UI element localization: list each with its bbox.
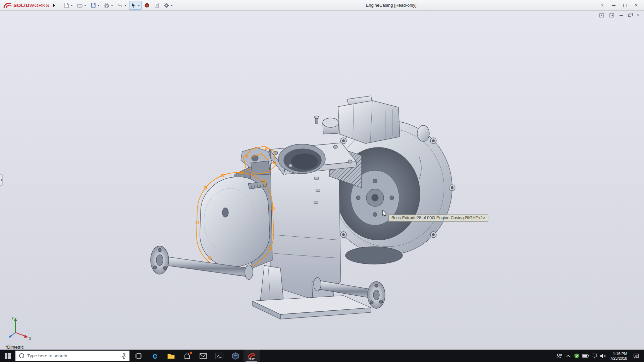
mail-envelope-icon [199, 353, 207, 359]
brand-text: SOLIDWORKS [13, 2, 49, 8]
new-document-button[interactable] [62, 1, 74, 10]
edge-button[interactable]: e [147, 350, 163, 362]
clock-date: 7/23/2018 [610, 356, 627, 361]
doc-restore-button[interactable] [628, 14, 631, 17]
reference-triad: Y X [7, 315, 34, 342]
save-button[interactable] [89, 1, 101, 10]
titlebar: SOLIDWORKS [0, 0, 644, 11]
action-center-button[interactable] [631, 350, 642, 362]
chevron-down-icon [170, 5, 173, 6]
minimize-icon [620, 15, 623, 16]
maximize-button[interactable] [619, 0, 631, 11]
minimize-icon [612, 5, 615, 6]
solidworks-version-badge: 2017 [244, 358, 260, 361]
taskbar-search[interactable] [15, 351, 129, 361]
window-title: EngineCasing [Read-only] [366, 3, 416, 8]
file-properties-icon [154, 2, 160, 8]
microphone-icon[interactable] [121, 353, 126, 359]
console-icon: >_ [215, 353, 223, 359]
people-icon [556, 353, 563, 359]
model-left-cover[interactable] [200, 147, 272, 268]
options-button[interactable] [162, 1, 174, 10]
feature-manager-collapsed-tab[interactable] [0, 174, 3, 186]
model-crankcase-housing[interactable] [325, 118, 455, 264]
system-tray: 1:16 PM 7/23/2018 [555, 350, 644, 362]
console-button[interactable]: >_ [211, 350, 227, 362]
select-arrow-icon [130, 2, 137, 8]
graphics-viewport[interactable]: × Boss-Extrude28 of 00G-Engine Casing-RI… [0, 11, 644, 350]
show-desktop-button[interactable] [642, 350, 644, 362]
mail-button[interactable] [195, 350, 211, 362]
open-button[interactable] [75, 1, 88, 10]
model-head-assembly[interactable] [314, 96, 400, 143]
file-properties-button[interactable] [152, 1, 161, 10]
close-button[interactable]: × [631, 0, 642, 11]
doc-minimize-button[interactable] [620, 15, 623, 16]
people-button[interactable] [555, 350, 564, 362]
volume-button[interactable] [599, 350, 607, 362]
solidworks-taskbar-button[interactable]: 2017 [244, 350, 260, 362]
split-pane-left-icon [599, 13, 604, 17]
action-center-icon [633, 353, 639, 359]
search-input[interactable] [27, 353, 118, 358]
document-window-controls: × [599, 13, 639, 18]
new-window-button[interactable] [599, 13, 604, 17]
rebuild-icon [144, 2, 150, 8]
solidworks-logo: SOLIDWORKS [3, 2, 49, 9]
solidworks-window: SOLIDWORKS [0, 0, 644, 362]
edge-icon: e [153, 352, 157, 360]
view-orientation-label: *Dimetric [5, 345, 24, 350]
windows-taskbar: e >_ [0, 350, 644, 362]
split-pane-right-icon [609, 13, 614, 17]
mouse-cursor [382, 210, 388, 217]
triad-y-label: Y [11, 316, 14, 320]
shield-icon [574, 353, 579, 359]
volume-muted-icon [600, 354, 606, 358]
window-controls: ? × [596, 0, 642, 11]
rebuild-button[interactable] [143, 1, 151, 10]
feature-tooltip: Boss-Extrude28 of 00G-Engine Casing-RIGH… [388, 215, 488, 222]
windows-logo-icon [5, 353, 11, 359]
quick-access-toolbar [62, 1, 174, 10]
gear-icon [163, 2, 169, 8]
taskbar-clock[interactable]: 1:16 PM 7/23/2018 [607, 350, 631, 362]
tile-window-button[interactable] [609, 13, 614, 17]
flyout-triangle-icon [53, 4, 55, 7]
task-view-button[interactable] [131, 350, 147, 362]
maximize-icon [623, 4, 627, 7]
minimize-button[interactable] [608, 0, 619, 11]
undo-icon [117, 2, 123, 8]
new-document-icon [63, 2, 69, 8]
triad-x-label: X [29, 337, 32, 341]
doc-close-button[interactable]: × [637, 13, 639, 18]
cad-tool-button[interactable] [227, 350, 244, 362]
battery-button[interactable] [581, 350, 590, 362]
save-icon [90, 2, 96, 8]
file-explorer-button[interactable] [163, 350, 179, 362]
chevron-down-icon [97, 5, 100, 6]
store-button[interactable] [179, 350, 195, 362]
ds-swirl-icon [3, 2, 12, 9]
restore-icon [628, 14, 631, 17]
menu-flyout-arrow[interactable] [51, 2, 57, 9]
ethernet-icon [591, 354, 597, 358]
chevron-down-icon [111, 5, 113, 6]
brand-works: WORKS [30, 2, 49, 8]
start-button[interactable] [0, 350, 15, 362]
cortana-icon [19, 353, 24, 358]
store-badge [190, 352, 192, 354]
print-button[interactable] [102, 1, 115, 10]
engine-casing-model[interactable] [0, 11, 644, 350]
select-button[interactable] [129, 1, 142, 10]
defender-button[interactable] [573, 350, 581, 362]
hidden-icons-button[interactable] [564, 350, 573, 362]
chevron-down-icon [124, 5, 127, 6]
print-icon [104, 2, 110, 8]
help-button[interactable]: ? [596, 0, 608, 11]
undo-button[interactable] [116, 1, 128, 10]
chevron-down-icon [138, 5, 140, 6]
brand-solid: SOLID [13, 2, 30, 8]
chevron-up-icon [566, 355, 570, 357]
chevron-down-icon [84, 5, 87, 6]
network-button[interactable] [590, 350, 599, 362]
